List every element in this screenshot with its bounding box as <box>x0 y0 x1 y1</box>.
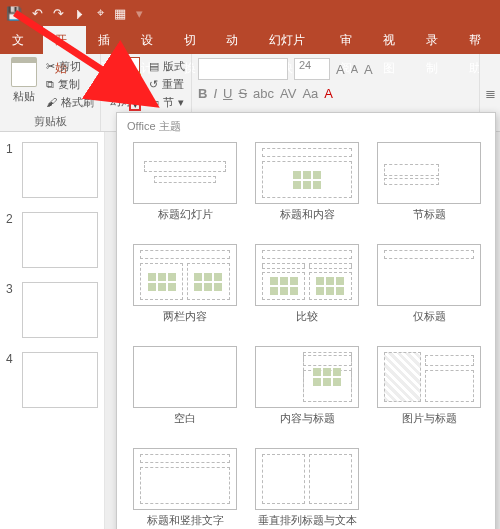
tab-review[interactable]: 审阅 <box>328 26 371 54</box>
paste-label: 粘贴 <box>13 89 35 104</box>
brush-icon: 🖌 <box>46 96 57 108</box>
copy-icon: ⧉ <box>46 78 54 91</box>
tab-insert[interactable]: 插入 <box>86 26 129 54</box>
char-spacing-button[interactable]: AV <box>280 86 296 101</box>
new-slide-button[interactable]: 新建 幻灯片 ▾ <box>107 57 145 111</box>
italic-button[interactable]: I <box>213 86 217 101</box>
shadow-button[interactable]: abc <box>253 86 274 101</box>
layout-two-content[interactable]: 两栏内容 <box>129 244 241 336</box>
cut-button[interactable]: ✂剪切 <box>46 57 94 75</box>
clipboard-icon <box>11 57 37 87</box>
tab-design[interactable]: 设计 <box>129 26 172 54</box>
new-slide-dropdown-arrow[interactable]: ▾ <box>129 99 141 111</box>
tab-record[interactable]: 录制 <box>414 26 457 54</box>
grow-font-button[interactable]: A <box>336 62 345 77</box>
font-color-button[interactable]: A <box>324 86 333 101</box>
quick-access-toolbar: 💾 ↶ ↷ ⏵ ⌖ ▦ ▾ <box>0 0 500 26</box>
font-size-select[interactable]: 24 <box>294 58 330 80</box>
group-clipboard: 粘贴 ✂剪切 ⧉复制 🖌格式刷 剪贴板 <box>0 54 101 131</box>
layout-title-only[interactable]: 仅标题 <box>373 244 485 336</box>
chevron-down-icon: ▾ <box>178 96 184 109</box>
redo-icon[interactable]: ↷ <box>53 6 64 21</box>
reset-button[interactable]: ↺重置 <box>149 75 185 93</box>
tab-animations[interactable]: 动画 <box>214 26 257 54</box>
tab-help[interactable]: 帮助 <box>457 26 500 54</box>
tab-slideshow[interactable]: 幻灯片放映 <box>257 26 328 54</box>
section-button[interactable]: ▭节▾ <box>149 93 185 111</box>
clear-format-button[interactable]: A <box>364 62 373 77</box>
paste-button[interactable]: 粘贴 <box>6 57 42 111</box>
ribbon-tabs: 文件 开始 插入 设计 切换 动画 幻灯片放映 审阅 视图 录制 帮助 <box>0 26 500 54</box>
shrink-font-button[interactable]: A <box>351 63 358 75</box>
section-icon: ▭ <box>149 96 159 109</box>
thumbnail-4[interactable]: 4 <box>6 352 98 408</box>
layout-comparison[interactable]: 比较 <box>251 244 363 336</box>
gallery-header: Office 主题 <box>117 113 495 138</box>
group-clipboard-label: 剪贴板 <box>6 114 94 129</box>
layout-blank[interactable]: 空白 <box>129 346 241 438</box>
reset-icon: ↺ <box>149 78 158 91</box>
tab-file[interactable]: 文件 <box>0 26 43 54</box>
layout-content-caption[interactable]: 内容与标题 <box>251 346 363 438</box>
layout-icon: ▤ <box>149 60 159 73</box>
layout-vertical-title-text[interactable]: 垂直排列标题与文本 <box>251 448 363 529</box>
scissors-icon: ✂ <box>46 60 55 73</box>
slide-thumbnails: 1 2 3 4 <box>0 132 105 529</box>
tab-home[interactable]: 开始 <box>43 26 86 54</box>
pointer-icon[interactable]: ⌖ <box>97 5 104 21</box>
layout-title-content[interactable]: 标题和内容 <box>251 142 363 234</box>
layout-title-slide[interactable]: 标题幻灯片 <box>129 142 241 234</box>
change-case-button[interactable]: Aa <box>302 86 318 101</box>
undo-icon[interactable]: ↶ <box>32 6 43 21</box>
tab-view[interactable]: 视图 <box>371 26 414 54</box>
new-slide-gallery: Office 主题 标题幻灯片 标题和内容 节标题 两栏内容 比较 仅标题 空白… <box>116 112 496 529</box>
layout-section-header[interactable]: 节标题 <box>373 142 485 234</box>
table-icon[interactable]: ▦ <box>114 6 126 21</box>
thumbnail-2[interactable]: 2 <box>6 212 98 268</box>
layout-title-vertical-text[interactable]: 标题和竖排文字 <box>129 448 241 529</box>
strike-button[interactable]: S <box>238 86 247 101</box>
thumbnail-3[interactable]: 3 <box>6 282 98 338</box>
layout-button[interactable]: ▤版式 <box>149 57 185 75</box>
format-painter-button[interactable]: 🖌格式刷 <box>46 93 94 111</box>
layout-picture-caption[interactable]: 图片与标题 <box>373 346 485 438</box>
underline-button[interactable]: U <box>223 86 232 101</box>
font-family-select[interactable] <box>198 58 288 80</box>
slideshow-icon[interactable]: ⏵ <box>74 6 87 21</box>
new-slide-icon <box>112 57 140 81</box>
paragraph-more-icon[interactable]: ≣ <box>485 86 496 101</box>
save-icon[interactable]: 💾 <box>6 6 22 21</box>
bold-button[interactable]: B <box>198 86 207 101</box>
tab-transitions[interactable]: 切换 <box>172 26 215 54</box>
copy-button[interactable]: ⧉复制 <box>46 75 94 93</box>
thumbnail-1[interactable]: 1 <box>6 142 98 198</box>
qat-more-icon[interactable]: ▾ <box>136 6 143 21</box>
